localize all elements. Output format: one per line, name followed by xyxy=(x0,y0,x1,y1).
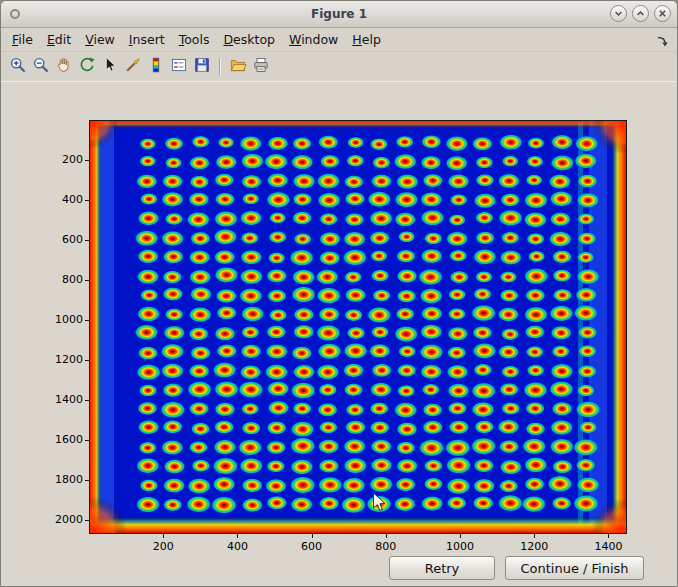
zoom-out-button[interactable] xyxy=(29,54,52,79)
menu-label: ile xyxy=(18,32,33,47)
continue-finish-button[interactable]: Continue / Finish xyxy=(505,556,644,580)
colorbar-icon xyxy=(147,56,165,77)
y-tick-label: 800 xyxy=(39,273,83,287)
y-tick-label: 1800 xyxy=(39,473,83,487)
menu-edit[interactable]: Edit xyxy=(40,28,78,51)
y-tick-label: 600 xyxy=(39,233,83,247)
chevron-down-icon xyxy=(614,6,623,21)
x-tick xyxy=(534,534,535,538)
menu-view[interactable]: View xyxy=(78,28,122,51)
y-tick-label: 200 xyxy=(39,153,83,167)
y-tick xyxy=(85,280,89,281)
open-file-button[interactable] xyxy=(226,54,249,79)
menu-label: nsert xyxy=(133,32,165,47)
zoom-out-icon xyxy=(32,56,50,77)
x-tick-label: 1200 xyxy=(520,540,548,554)
y-tick xyxy=(85,400,89,401)
menu-window[interactable]: Window xyxy=(282,28,345,51)
menu-label: indow xyxy=(301,32,338,47)
rotate-3d-icon xyxy=(78,56,96,77)
data-cursor-icon xyxy=(101,56,119,77)
save-figure-button[interactable] xyxy=(190,54,213,79)
x-tick-label: 600 xyxy=(301,540,322,554)
legend-icon xyxy=(170,56,188,77)
insert-legend-button[interactable] xyxy=(167,54,190,79)
window-title: Figure 1 xyxy=(1,1,677,27)
floppy-disk-icon xyxy=(193,56,211,77)
brush-button[interactable] xyxy=(121,54,144,79)
y-tick xyxy=(85,480,89,481)
menubar: File Edit View Insert Tools Desktop Wind… xyxy=(1,28,677,52)
y-tick-label: 1600 xyxy=(39,433,83,447)
menu-desktop[interactable]: Desktop xyxy=(216,28,282,51)
menu-help[interactable]: Help xyxy=(345,28,388,51)
pan-button[interactable] xyxy=(52,54,75,79)
y-tick xyxy=(85,200,89,201)
x-tick xyxy=(237,534,238,538)
y-tick-label: 1000 xyxy=(39,313,83,327)
menu-file[interactable]: File xyxy=(5,28,40,51)
x-tick xyxy=(460,534,461,538)
menu-label: H xyxy=(352,32,361,47)
zoom-in-icon xyxy=(9,56,27,77)
y-tick xyxy=(85,520,89,521)
y-tick xyxy=(85,440,89,441)
y-tick xyxy=(85,160,89,161)
x-tick xyxy=(163,534,164,538)
chevron-up-icon xyxy=(636,6,645,21)
retry-button[interactable]: Retry xyxy=(389,556,495,580)
x-tick-label: 400 xyxy=(227,540,248,554)
hand-icon xyxy=(55,56,73,77)
y-tick-label: 1400 xyxy=(39,393,83,407)
figure-toolbar xyxy=(1,52,677,82)
figure-window: Figure 1 File Edit View Insert xyxy=(0,0,678,587)
mouse-cursor-icon xyxy=(372,492,387,517)
zoom-in-button[interactable] xyxy=(6,54,29,79)
y-tick-label: 400 xyxy=(39,193,83,207)
close-button[interactable] xyxy=(654,5,671,22)
x-tick xyxy=(608,534,609,538)
x-tick xyxy=(312,534,313,538)
plot-axes xyxy=(89,120,627,534)
menu-label: dit xyxy=(55,32,71,47)
printer-icon xyxy=(252,56,270,77)
menu-label: D xyxy=(223,32,233,47)
rotate-3d-button[interactable] xyxy=(75,54,98,79)
folder-open-icon xyxy=(229,56,247,77)
menu-label: ools xyxy=(184,32,209,47)
x-tick-label: 800 xyxy=(375,540,396,554)
x-tick-label: 200 xyxy=(153,540,174,554)
menu-label: W xyxy=(289,32,301,47)
menu-label: elp xyxy=(362,32,381,47)
menu-tools[interactable]: Tools xyxy=(172,28,217,51)
window-controls xyxy=(610,5,671,22)
y-tick xyxy=(85,360,89,361)
close-icon xyxy=(658,6,667,21)
print-figure-button[interactable] xyxy=(249,54,272,79)
shade-button[interactable] xyxy=(610,5,627,22)
dock-figure-arrow-icon[interactable] xyxy=(656,33,669,46)
insert-colorbar-button[interactable] xyxy=(144,54,167,79)
y-tick xyxy=(85,240,89,241)
y-tick-label: 1200 xyxy=(39,353,83,367)
x-tick-label: 1400 xyxy=(594,540,622,554)
menu-label: iew xyxy=(93,32,114,47)
menu-label: esktop xyxy=(233,32,275,47)
menu-insert[interactable]: Insert xyxy=(122,28,172,51)
x-tick-label: 1000 xyxy=(446,540,474,554)
heatmap-image[interactable] xyxy=(90,121,626,533)
y-tick xyxy=(85,320,89,321)
x-tick xyxy=(386,534,387,538)
y-tick-label: 2000 xyxy=(39,513,83,527)
brush-icon xyxy=(124,56,142,77)
maximize-button[interactable] xyxy=(632,5,649,22)
toolbar-separator xyxy=(219,58,220,76)
titlebar: Figure 1 xyxy=(1,1,677,28)
data-cursor-button[interactable] xyxy=(98,54,121,79)
menu-label: E xyxy=(47,32,55,47)
